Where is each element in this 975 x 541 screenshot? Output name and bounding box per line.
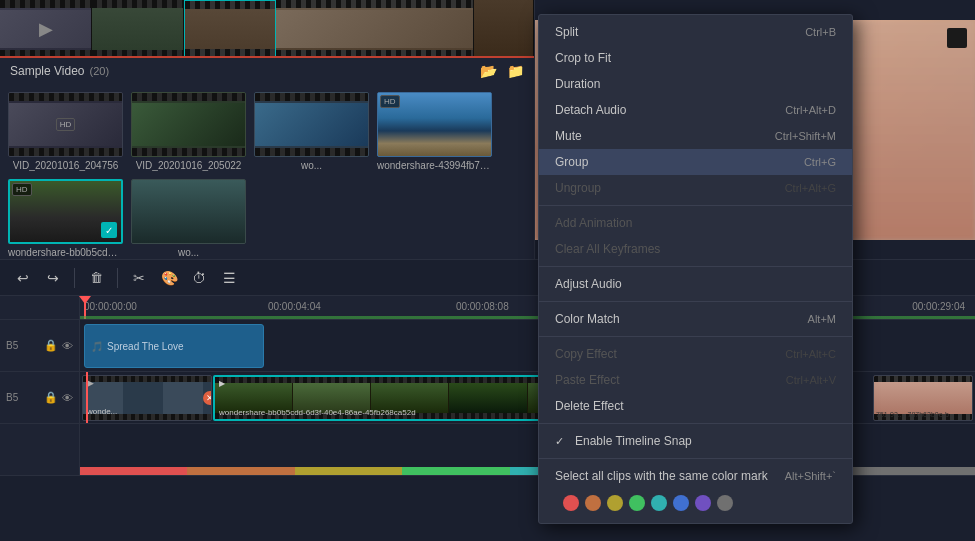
media-item-3[interactable]: wo... bbox=[254, 92, 369, 171]
audio-clip-icon: 🎵 bbox=[91, 341, 103, 352]
swatch-gray[interactable] bbox=[717, 495, 733, 511]
media-item-1[interactable]: HD VID_20201016_204756 bbox=[8, 92, 123, 171]
undo-button[interactable]: ↩ bbox=[10, 265, 36, 291]
ctx-item-split[interactable]: Split Ctrl+B bbox=[539, 19, 852, 45]
ctx-shortcut-group: Ctrl+G bbox=[804, 156, 836, 168]
toolbar-sep-2 bbox=[117, 268, 118, 288]
ctx-shortcut-ungroup: Ctrl+Alt+G bbox=[785, 182, 836, 194]
ctx-item-copy-effect[interactable]: Copy Effect Ctrl+Alt+C bbox=[539, 341, 852, 367]
video-clip-3[interactable]: 751-92..._787b63b0e-b bbox=[873, 375, 973, 421]
swatch-yellow[interactable] bbox=[607, 495, 623, 511]
speed-button[interactable]: ⏱ bbox=[186, 265, 212, 291]
playhead-line bbox=[86, 372, 88, 423]
redo-button[interactable]: ↪ bbox=[40, 265, 66, 291]
ctx-shortcut-paste-effect: Ctrl+Alt+V bbox=[786, 374, 836, 386]
media-item-name-2: VID_20201016_205022 bbox=[136, 160, 242, 171]
ctx-item-mute[interactable]: Mute Ctrl+Shift+M bbox=[539, 123, 852, 149]
ctx-item-duration[interactable]: Duration bbox=[539, 71, 852, 97]
audio-clip[interactable]: 🎵 Spread The Love bbox=[84, 324, 264, 368]
cut-button[interactable]: ✂ bbox=[126, 265, 152, 291]
track-lock-icon[interactable]: 🔒 bbox=[44, 339, 58, 352]
ctx-shortcut-copy-effect: Ctrl+Alt+C bbox=[785, 348, 836, 360]
ctx-sep-6 bbox=[539, 458, 852, 459]
strip-item-3[interactable] bbox=[184, 0, 276, 58]
media-count: (20) bbox=[90, 65, 110, 77]
media-item-6[interactable]: wo... bbox=[131, 179, 246, 258]
swatch-orange[interactable] bbox=[585, 495, 601, 511]
track-controls-audio: B5 🔒 👁 bbox=[0, 320, 80, 371]
check-icon-snap: ✓ bbox=[555, 435, 567, 448]
media-panel: ▶ bbox=[0, 0, 535, 259]
ctx-item-paste-effect[interactable]: Paste Effect Ctrl+Alt+V bbox=[539, 367, 852, 393]
track-eye-icon-2[interactable]: 👁 bbox=[62, 392, 73, 404]
media-grid: HD VID_20201016_204756 VID_20201016_2050… bbox=[0, 84, 534, 259]
ctx-shortcut-detach: Ctrl+Alt+D bbox=[785, 104, 836, 116]
media-item-name-6: wo... bbox=[178, 247, 199, 258]
track-controls-video: B5 🔒 👁 bbox=[0, 372, 80, 423]
ctx-item-detach[interactable]: Detach Audio Ctrl+Alt+D bbox=[539, 97, 852, 123]
media-item-name-4: wondershare-43994fb7-9... bbox=[377, 160, 492, 171]
context-menu: Split Ctrl+B Crop to Fit Duration Detach… bbox=[538, 14, 853, 524]
media-strip-row: ▶ bbox=[0, 0, 534, 58]
media-item-2[interactable]: VID_20201016_205022 bbox=[131, 92, 246, 171]
app-container: ▶ bbox=[0, 0, 975, 541]
swatch-teal[interactable] bbox=[651, 495, 667, 511]
color-button[interactable]: 🎨 bbox=[156, 265, 182, 291]
ctx-sep-2 bbox=[539, 266, 852, 267]
ctx-sep-1 bbox=[539, 205, 852, 206]
ruler-time-1: 00:00:04:04 bbox=[268, 301, 321, 312]
ctx-item-color-match[interactable]: Color Match Alt+M bbox=[539, 306, 852, 332]
ruler-time-0: 00:00:00:00 bbox=[84, 301, 137, 312]
media-item-5[interactable]: HD ✓ wondershare-bb0b5cdd-... bbox=[8, 179, 123, 258]
ctx-shortcut-mute: Ctrl+Shift+M bbox=[775, 130, 836, 142]
ctx-shortcut-split: Ctrl+B bbox=[805, 26, 836, 38]
ctx-shortcut-color-match: Alt+M bbox=[808, 313, 836, 325]
media-item-name-1: VID_20201016_204756 bbox=[13, 160, 119, 171]
color-swatches-row bbox=[539, 489, 852, 519]
ctx-item-crop[interactable]: Crop to Fit bbox=[539, 45, 852, 71]
media-title: Sample Video bbox=[10, 64, 85, 78]
ctx-item-adjust-audio[interactable]: Adjust Audio bbox=[539, 271, 852, 297]
folder-open-icon[interactable]: 📂 bbox=[480, 63, 497, 79]
strip-item-2[interactable] bbox=[92, 0, 184, 58]
ctx-sep-5 bbox=[539, 423, 852, 424]
ctx-sep-3 bbox=[539, 301, 852, 302]
track-eye-icon[interactable]: 👁 bbox=[62, 340, 73, 352]
ctx-shortcut-select-color: Alt+Shift+` bbox=[785, 470, 836, 482]
ctx-item-clear-keyframes[interactable]: Clear All Keyframes bbox=[539, 236, 852, 262]
toolbar-sep-1 bbox=[74, 268, 75, 288]
ctx-item-ungroup[interactable]: Ungroup Ctrl+Alt+G bbox=[539, 175, 852, 201]
video-clip-1[interactable]: ▶ wonde... ✕ bbox=[82, 375, 212, 421]
swatch-green[interactable] bbox=[629, 495, 645, 511]
media-item-name-5: wondershare-bb0b5cdd-... bbox=[8, 247, 123, 258]
track-lock-icon-2[interactable]: 🔒 bbox=[44, 391, 58, 404]
strip-item-1[interactable]: ▶ bbox=[0, 0, 92, 58]
audio-clip-label: Spread The Love bbox=[107, 341, 184, 352]
media-item-4[interactable]: HD wondershare-43994fb7-9... bbox=[377, 92, 492, 171]
swatch-purple[interactable] bbox=[695, 495, 711, 511]
ctx-sep-4 bbox=[539, 336, 852, 337]
layout-button[interactable]: ☰ bbox=[216, 265, 242, 291]
swatch-blue[interactable] bbox=[673, 495, 689, 511]
media-panel-header: Sample Video (20) 📂 📁 bbox=[0, 58, 534, 84]
media-item-name-3: wo... bbox=[301, 160, 322, 171]
ctx-item-delete-effect[interactable]: Delete Effect bbox=[539, 393, 852, 419]
swatch-red[interactable] bbox=[563, 495, 579, 511]
strip-item-5[interactable] bbox=[474, 0, 534, 58]
delete-button[interactable]: 🗑 bbox=[83, 265, 109, 291]
ctx-item-select-color[interactable]: Select all clips with the same color mar… bbox=[539, 463, 852, 489]
ruler-time-2: 00:00:08:08 bbox=[456, 301, 509, 312]
strip-item-4[interactable] bbox=[276, 0, 474, 58]
ctx-item-enable-snap[interactable]: ✓ Enable Timeline Snap bbox=[539, 428, 852, 454]
ctx-item-group[interactable]: Group Ctrl+G bbox=[539, 149, 852, 175]
ctx-item-add-animation[interactable]: Add Animation bbox=[539, 210, 852, 236]
folder-icon[interactable]: 📁 bbox=[507, 63, 524, 79]
